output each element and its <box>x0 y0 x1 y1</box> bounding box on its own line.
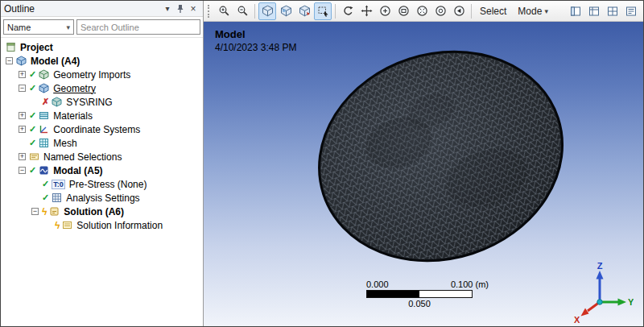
mode-label: Mode <box>518 6 542 17</box>
toolbar-separator <box>471 4 472 19</box>
expander-plus-icon[interactable]: + <box>19 112 26 119</box>
box-zoom-icon <box>398 5 410 17</box>
body-icon <box>52 97 62 107</box>
tree-item-label: Solution Information <box>75 220 164 231</box>
outline-panel: Outline ▾ × Name ▾ Project − Model (A4) <box>1 1 204 326</box>
rotate-button[interactable] <box>339 2 357 20</box>
look-at-face-button[interactable] <box>277 2 295 20</box>
previous-view-icon <box>453 5 465 17</box>
tree-item-label: Geometry Imports <box>52 69 132 81</box>
tree-item-mesh[interactable]: ✓ Mesh <box>1 136 203 150</box>
check-icon: ✓ <box>29 110 36 121</box>
tree-item-label: Modal (A5) <box>52 165 104 176</box>
magnifier-window-button[interactable] <box>431 2 449 20</box>
tree-item-label: Project <box>19 42 55 53</box>
orientation-triad[interactable]: Z Y X <box>566 262 634 325</box>
tree-item-label: Named Selections <box>42 151 123 163</box>
zoom-button[interactable] <box>376 2 394 20</box>
scale-min-label: 0.000 <box>366 279 389 289</box>
show-worksheet-button[interactable] <box>585 2 603 20</box>
tree-item-solution-information[interactable]: ϟ Solution Information <box>1 218 203 232</box>
named-selections-icon <box>29 151 39 162</box>
zoom-in-button[interactable] <box>215 2 233 20</box>
check-icon: ✓ <box>42 192 49 203</box>
tree-item-analysis-settings[interactable]: ✓ Analysis Settings <box>1 191 203 205</box>
geometry-icon <box>39 83 49 93</box>
tree-item-modal[interactable]: − ✓ Modal (A5) <box>1 164 203 177</box>
tree-item-solution[interactable]: − ϟ Solution (A6) <box>1 205 203 218</box>
scale-bar-segments <box>366 290 473 298</box>
triad-y-label: Y <box>628 297 634 307</box>
tree-item-materials[interactable]: + ✓ Materials <box>1 109 203 122</box>
zoom-to-fit-button[interactable] <box>413 2 431 20</box>
previous-view-button[interactable] <box>450 2 468 20</box>
toolbar-right-group <box>567 2 640 20</box>
pan-button[interactable] <box>357 2 375 20</box>
expander-plus-icon[interactable]: + <box>19 126 26 133</box>
tree-item-label: Mesh <box>52 138 78 149</box>
name-filter-dropdown[interactable]: Name ▾ <box>3 19 74 35</box>
model-viewport[interactable]: Model 4/10/2023 3:48 PM 0.000 0.100 (m) … <box>204 22 643 326</box>
panel-menu-button[interactable]: ▾ <box>161 2 174 15</box>
expander-minus-icon[interactable]: − <box>6 57 13 64</box>
magnifier-plus-icon <box>218 5 230 17</box>
solution-icon <box>49 206 60 217</box>
scale-mid-label: 0.050 <box>366 299 473 308</box>
name-filter-label: Name <box>7 23 31 32</box>
expander-minus-icon[interactable]: − <box>31 208 39 215</box>
show-outline-pane-button[interactable] <box>567 2 584 20</box>
mesh-icon <box>39 138 49 148</box>
chevron-down-icon: ▾ <box>66 23 70 31</box>
manage-views-button[interactable] <box>295 2 313 20</box>
cube-arrow-icon <box>299 5 311 17</box>
tree-item-model[interactable]: − Model (A4) <box>1 54 203 68</box>
check-icon: ✓ <box>42 179 49 189</box>
tree-item-geometry[interactable]: − ✓ Geometry <box>1 81 203 95</box>
iso-view-button[interactable] <box>258 2 276 20</box>
tree-item-label: Materials <box>52 110 94 122</box>
expander-minus-icon[interactable]: − <box>19 167 26 174</box>
pan-arrows-icon <box>361 5 373 17</box>
triad-z-label: Z <box>597 262 603 271</box>
box-zoom-button[interactable] <box>394 2 412 20</box>
box-select-button[interactable] <box>314 2 332 20</box>
tree-item-label: SYS\RING <box>64 97 114 108</box>
scale-segment-black <box>367 291 419 297</box>
tree-item-pre-stress[interactable]: ✓ T:0 Pre-Stress (None) <box>1 177 203 191</box>
zoom-out-button[interactable] <box>233 2 251 20</box>
tree-item-named-selections[interactable]: + Named Selections <box>1 150 203 164</box>
mesh-disk[interactable] <box>291 22 589 292</box>
show-legend-button[interactable] <box>622 2 640 20</box>
split-viewports-button[interactable] <box>604 2 621 20</box>
lightning-icon: ϟ <box>42 206 47 217</box>
worksheet-icon <box>588 6 600 17</box>
close-panel-button[interactable]: × <box>187 2 200 15</box>
cube-icon <box>262 5 274 17</box>
tree-item-project[interactable]: Project <box>1 40 203 54</box>
scale-segment-white <box>419 291 472 297</box>
zoom-circle-icon <box>379 5 391 17</box>
select-label: Select <box>475 6 511 17</box>
solution-information-icon <box>62 220 72 230</box>
model-icon <box>16 56 27 66</box>
pre-stress-t0-icon: T:0 <box>52 180 65 189</box>
search-outline-input[interactable] <box>76 19 200 35</box>
magnifier-minus-icon <box>237 5 249 17</box>
toolbar-drag-handle[interactable] <box>208 5 211 18</box>
pin-panel-button[interactable] <box>174 2 187 15</box>
tree-item-label: Coordinate Systems <box>52 124 142 135</box>
check-icon: ✓ <box>29 83 36 93</box>
modal-analysis-icon <box>39 165 49 176</box>
tree-item-label: Solution (A6) <box>62 206 126 217</box>
legend-icon <box>625 6 637 17</box>
expander-plus-icon[interactable]: + <box>19 71 26 78</box>
tree-item-coordinate-systems[interactable]: + ✓ Coordinate Systems <box>1 122 203 136</box>
tree-item-sys-ring[interactable]: ✗ SYS\RING <box>1 95 203 109</box>
panel-title: Outline <box>4 3 161 14</box>
mode-dropdown[interactable]: Mode ▾ <box>512 2 554 20</box>
expander-minus-icon[interactable]: − <box>19 85 26 92</box>
tree-item-geometry-imports[interactable]: + ✓ Geometry Imports <box>1 68 203 81</box>
magnifier-window-icon <box>435 5 447 17</box>
expander-plus-icon[interactable]: + <box>19 153 26 160</box>
chevron-down-icon: ▾ <box>544 7 548 15</box>
